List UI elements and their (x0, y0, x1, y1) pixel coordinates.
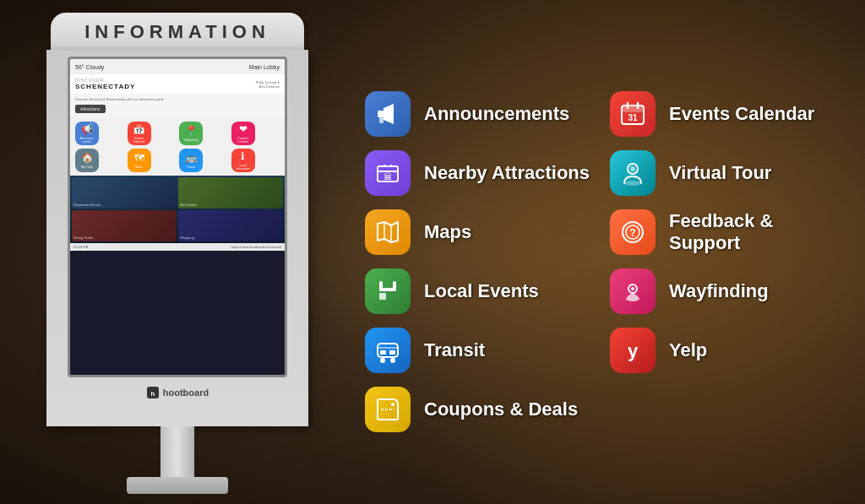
wayfinding-icon (610, 268, 656, 314)
screen-footer: 03:34 PM https://www.hootboard.com/socia… (70, 243, 285, 251)
menu-item-yelp[interactable]: y Yelp (600, 321, 845, 380)
mini-icon-maps[interactable]: 🗺 Maps (128, 149, 151, 172)
transit-icon (365, 328, 411, 373)
nearby-attractions-icon: 🏛 (365, 150, 411, 196)
wayfinding-svg (619, 278, 646, 305)
kiosk-body: 56° Cloudy Main Lobby DISCOVER SCHENECTA… (46, 50, 308, 426)
events-calendar-icon: 31 (610, 91, 656, 137)
kiosk-title: INFORMATION (51, 21, 304, 43)
mini-icon-events-calendar[interactable]: 📅 EventsCalendar (128, 122, 151, 145)
screen-weather: 56° Cloudy (75, 64, 104, 70)
svg-point-32 (624, 181, 641, 186)
svg-point-20 (390, 358, 395, 363)
svg-text:?: ? (629, 227, 635, 239)
icon-grid: 📢 Announce-ments 📅 EventsCalendar 📍 Wayf… (70, 118, 285, 176)
svg-text:31: 31 (628, 113, 638, 122)
screen-desc: Discover the best of Schenectady with ou… (75, 97, 280, 101)
hootboard-icon: h (146, 386, 160, 399)
menu-item-announcements[interactable]: Announcements (355, 84, 600, 144)
svg-rect-26 (622, 106, 644, 112)
virtual-tour-icon (610, 150, 656, 196)
screen-content: Discover the best of Schenectady with ou… (70, 94, 285, 118)
menu-item-events-calendar[interactable]: 31 Events Calendar (600, 84, 845, 144)
feedback-support-label: Feedback & Support (669, 210, 835, 254)
screen-time: 03:34 PM (73, 245, 88, 249)
coupons-deals-label: Coupons & Deals (424, 398, 578, 420)
kiosk-header: INFORMATION (51, 13, 304, 50)
virtual-tour-label: Virtual Tour (669, 162, 771, 184)
svg-text:🏛: 🏛 (384, 172, 392, 182)
mini-icon-curated[interactable]: ❤ CuratedContent (231, 122, 255, 145)
screen-sublocation: Philly Cultural &Arts Entrance (256, 80, 280, 89)
screen-top-bar: 56° Cloudy Main Lobby (70, 59, 285, 74)
events-calendar-svg: 31 (619, 100, 646, 127)
mini-icon-wayfinding[interactable]: 📍 Wayfinding (179, 122, 203, 145)
feedback-support-svg: ? (619, 219, 646, 246)
menu-item-transit[interactable]: Transit (355, 321, 600, 380)
kiosk-base (127, 477, 228, 494)
mini-icon-local-info[interactable]: ℹ LocalInformation (231, 149, 255, 172)
screen-bottom-section: Downtown Events Art Exhibits Dining Guid… (70, 176, 285, 243)
menu-item-maps[interactable]: Maps (355, 203, 600, 262)
menu-left-column: Announcements 🏛 Nearby Attractions (355, 84, 600, 439)
local-events-icon (365, 268, 411, 314)
screen-url: https://www.hootboard.com/social (231, 245, 281, 249)
yelp-icon: y (610, 328, 656, 373)
mini-icon-transit[interactable]: 🚌 Transit (179, 149, 203, 172)
maps-label: Maps (424, 221, 471, 243)
events-calendar-label: Events Calendar (669, 103, 814, 125)
menu-item-nearby-attractions[interactable]: 🏛 Nearby Attractions (355, 144, 600, 203)
svg-rect-18 (378, 347, 398, 349)
announcements-icon (365, 91, 411, 137)
svg-marker-3 (384, 104, 394, 124)
explore-button[interactable]: Attractions (75, 105, 106, 113)
svg-rect-16 (379, 293, 386, 300)
screen-location: Main Lobby (249, 64, 280, 70)
virtual-tour-svg (619, 160, 646, 187)
local-events-label: Local Events (424, 280, 539, 302)
menu-item-coupons-deals[interactable]: Coupons & Deals (355, 380, 600, 439)
menu-right-column: 31 Events Calendar Virtual Tour (600, 84, 845, 439)
announcements-label: Announcements (424, 103, 569, 125)
kiosk-screen[interactable]: 56° Cloudy Main Lobby DISCOVER SCHENECTA… (68, 57, 287, 377)
svg-point-31 (630, 166, 635, 171)
local-events-svg (374, 278, 401, 305)
coupons-deals-svg (374, 396, 401, 423)
mini-icon-announcements[interactable]: 📢 Announce-ments (75, 122, 99, 145)
coupons-deals-icon (365, 387, 411, 432)
menu-item-local-events[interactable]: Local Events (355, 262, 600, 321)
svg-rect-15 (379, 288, 396, 291)
svg-rect-22 (389, 350, 395, 355)
svg-text:y: y (628, 340, 639, 361)
menu-item-virtual-tour[interactable]: Virtual Tour (600, 144, 845, 203)
announcements-svg (375, 101, 400, 127)
maps-svg (374, 219, 401, 246)
feedback-support-icon: ? (610, 209, 656, 255)
wayfinding-label: Wayfinding (669, 280, 769, 302)
svg-point-23 (391, 403, 394, 406)
nearby-attractions-label: Nearby Attractions (424, 162, 590, 184)
svg-rect-17 (378, 344, 398, 357)
svg-rect-21 (380, 350, 386, 355)
menu-item-feedback-support[interactable]: ? Feedback & Support (600, 203, 845, 262)
transit-svg (374, 337, 401, 364)
yelp-svg: y (619, 337, 646, 364)
maps-icon (365, 209, 411, 255)
transit-label: Transit (424, 339, 485, 361)
svg-marker-10 (378, 222, 398, 242)
hootboard-branding: h hootboard (146, 386, 209, 399)
yelp-label: Yelp (669, 339, 707, 361)
mini-icon-my-philly[interactable]: 🏠 My Philly (75, 149, 99, 172)
menu-container: Announcements 🏛 Nearby Attractions (355, 84, 845, 439)
kiosk: INFORMATION 56° Cloudy Main Lobby DISCOV… (42, 13, 313, 494)
svg-point-19 (380, 358, 385, 363)
svg-rect-4 (379, 117, 384, 123)
menu-item-wayfinding[interactable]: Wayfinding (600, 262, 845, 321)
svg-text:h: h (150, 390, 155, 398)
svg-rect-2 (378, 111, 384, 117)
kiosk-neck (160, 426, 194, 477)
hootboard-label: hootboard (163, 387, 209, 398)
nearby-attractions-svg: 🏛 (374, 160, 401, 187)
screen-city-name: SCHENECTADY (75, 83, 135, 90)
screen-header: DISCOVER SCHENECTADY Philly Cultural &Ar… (70, 74, 285, 94)
